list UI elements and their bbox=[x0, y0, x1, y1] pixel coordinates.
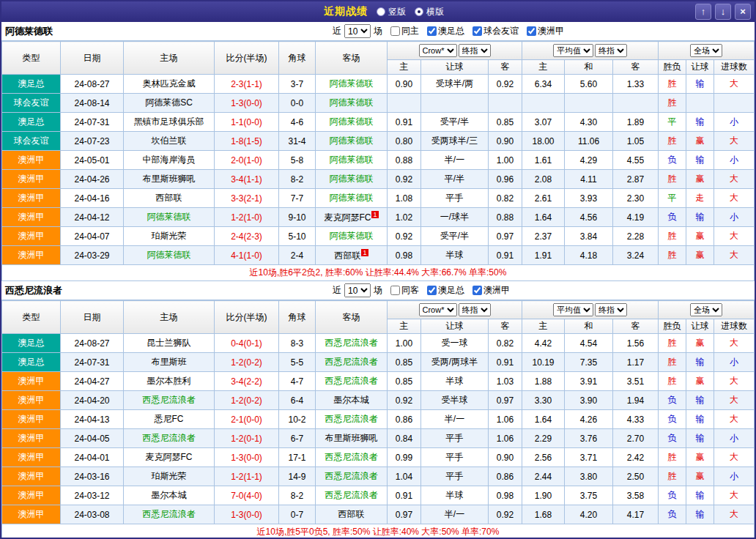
euro-source-select[interactable]: 平均值 bbox=[553, 44, 593, 57]
layout-horizontal-option[interactable]: 横版 bbox=[415, 6, 444, 18]
home-team: 昆士兰狮队 bbox=[124, 334, 215, 353]
match-date: 24-04-27 bbox=[61, 372, 124, 391]
goals-result: 大 bbox=[714, 170, 755, 189]
away-team: 阿德莱德联 bbox=[316, 170, 388, 189]
euro-source-select[interactable]: 平均值 bbox=[553, 303, 593, 316]
match-row: 澳足总 24-08-27 奥林匹克金威 2-3(1-1) 3-7 阿德莱德联 0… bbox=[2, 75, 755, 94]
close-button[interactable]: × bbox=[735, 4, 751, 20]
asia-time-select[interactable]: 终指 bbox=[459, 303, 491, 316]
match-row: 澳洲甲 24-04-01 麦克阿瑟FC 1-3(0-0) 17-1 西悉尼流浪者… bbox=[2, 448, 755, 467]
layout-vertical-option[interactable]: 竖版 bbox=[377, 6, 406, 18]
euro-home-odds: 2.37 bbox=[522, 227, 565, 246]
scope-select[interactable]: 全场 bbox=[690, 303, 722, 316]
league-badge: 球会友谊 bbox=[2, 94, 61, 113]
filters: 近 10 场 同主澳足总球会友谊澳洲甲 bbox=[333, 24, 564, 38]
focus-team-name: 阿德莱德联 bbox=[330, 193, 374, 203]
asia-home-odds: 0.92 bbox=[388, 170, 421, 189]
summary-text: 近10场,胜5平0负5, 胜率:50% 让胜率:40% 大率:50% 单率:70… bbox=[2, 524, 755, 539]
match-count-select[interactable]: 10 bbox=[344, 24, 371, 38]
asia-home-odds: 0.88 bbox=[388, 151, 421, 170]
team-section: 西悉尼流浪者 近 10 场 同客澳足总澳洲甲 类型 日期 主场 bbox=[1, 281, 755, 539]
titlebar-buttons: ↑ ↓ × bbox=[695, 4, 751, 20]
bookmaker-select[interactable]: Crow* bbox=[419, 303, 457, 316]
home-team: 中部海岸海员 bbox=[124, 151, 215, 170]
asia-away-odds: 0.90 bbox=[489, 132, 522, 151]
scroll-up-button[interactable]: ↑ bbox=[695, 4, 711, 20]
team-name: 阿德莱德联 bbox=[1, 25, 53, 38]
filter-checkbox[interactable] bbox=[427, 26, 437, 36]
asia-time-select[interactable]: 终指 bbox=[459, 44, 491, 57]
corners: 0-7 bbox=[279, 505, 316, 524]
filter-option[interactable]: 球会友谊 bbox=[472, 25, 519, 37]
euro-away-odds: 1.94 bbox=[613, 391, 659, 410]
euro-time-select[interactable]: 终指 bbox=[595, 44, 627, 57]
euro-home-odds: 1.68 bbox=[522, 505, 565, 524]
match-count-select[interactable]: 10 bbox=[344, 283, 371, 297]
league-badge: 澳洲甲 bbox=[2, 246, 61, 265]
filter-checkbox[interactable] bbox=[427, 286, 437, 295]
near-label: 近 bbox=[333, 25, 341, 37]
filter-option[interactable]: 同主 bbox=[390, 25, 419, 37]
handicap-result: 赢 bbox=[686, 448, 714, 467]
filter-checkbox[interactable] bbox=[390, 286, 400, 295]
away-team: 阿德莱德联 bbox=[316, 113, 388, 132]
asia-home-odds: 1.04 bbox=[388, 467, 421, 486]
vertical-radio-icon[interactable] bbox=[377, 7, 385, 16]
subcol-header: 让球 bbox=[421, 60, 489, 75]
filter-option[interactable]: 同客 bbox=[390, 284, 419, 297]
result: 胜 bbox=[659, 334, 686, 353]
filter-option[interactable]: 澳足总 bbox=[427, 25, 464, 37]
filter-option[interactable]: 澳足总 bbox=[427, 284, 464, 297]
euro-draw-odds: 5.60 bbox=[565, 75, 613, 94]
match-row: 澳洲甲 24-04-16 西部联 3-3(2-1) 7-7 阿德莱德联 1.08… bbox=[2, 189, 755, 208]
handicap-result: 赢 bbox=[686, 227, 714, 246]
filter-label: 同客 bbox=[401, 284, 419, 297]
euro-draw-odds: 3.75 bbox=[565, 486, 613, 505]
euro-draw-odds: 4.20 bbox=[565, 505, 613, 524]
col-date: 日期 bbox=[61, 42, 124, 75]
match-date: 24-04-12 bbox=[61, 208, 124, 227]
away-team: 西悉尼流浪者 bbox=[316, 448, 388, 467]
euro-home-odds: 2.29 bbox=[522, 429, 565, 448]
horizontal-radio-icon[interactable] bbox=[415, 7, 423, 16]
subcol-header: 进球数 bbox=[714, 319, 755, 334]
filter-option[interactable]: 澳洲甲 bbox=[472, 284, 510, 297]
matches-table: 类型 日期 主场 比分(半场) 角球 客场 Crow*终指 平均值终指 全场 主… bbox=[1, 300, 755, 539]
euro-draw-odds: 7.35 bbox=[565, 353, 613, 372]
home-team: 珀斯光荣 bbox=[124, 467, 215, 486]
goals-result bbox=[714, 94, 755, 113]
scope-group: 全场 bbox=[659, 42, 755, 60]
match-date: 24-07-23 bbox=[61, 132, 124, 151]
match-date: 24-03-12 bbox=[61, 486, 124, 505]
result: 胜 bbox=[659, 94, 686, 113]
euro-time-select[interactable]: 终指 bbox=[595, 303, 627, 316]
filter-checkbox[interactable] bbox=[390, 26, 400, 36]
corners: 31-4 bbox=[279, 132, 316, 151]
handicap-result: 输 bbox=[686, 353, 714, 372]
filter-checkbox[interactable] bbox=[527, 26, 536, 36]
score: 1-3(0-0) bbox=[215, 448, 279, 467]
scroll-down-button[interactable]: ↓ bbox=[715, 4, 731, 20]
filter-checkbox[interactable] bbox=[472, 26, 482, 36]
euro-away-odds: 3.58 bbox=[613, 486, 659, 505]
home-team: 布里斯班 bbox=[124, 353, 215, 372]
euro-home-odds: 1.91 bbox=[522, 246, 565, 265]
result: 胜 bbox=[659, 170, 686, 189]
col-score: 比分(半场) bbox=[215, 301, 279, 334]
euro-home-odds: 2.61 bbox=[522, 189, 565, 208]
scope-select[interactable]: 全场 bbox=[690, 44, 722, 57]
match-date: 24-08-27 bbox=[61, 75, 124, 94]
focus-team-name: 阿德莱德联 bbox=[330, 155, 374, 165]
asia-away-odds bbox=[489, 94, 522, 113]
filter-label: 澳足总 bbox=[438, 284, 464, 297]
filter-option[interactable]: 澳洲甲 bbox=[527, 25, 564, 37]
euro-away-odds: 1.33 bbox=[613, 75, 659, 94]
recent-results-panel: 近期战绩 竖版 横版 ↑ ↓ × 阿德莱德联 近 10 场 同主澳足总球会友谊澳… bbox=[0, 0, 756, 539]
filter-checkbox[interactable] bbox=[472, 286, 482, 295]
asia-away-odds: 0.82 bbox=[489, 334, 522, 353]
euro-home-odds: 2.44 bbox=[522, 467, 565, 486]
bookmaker-select[interactable]: Crow* bbox=[419, 44, 457, 57]
goals-result: 大 bbox=[714, 410, 755, 429]
euro-draw-odds: 4.29 bbox=[565, 151, 613, 170]
match-row: 澳洲甲 24-05-01 中部海岸海员 2-0(1-0) 5-8 阿德莱德联 0… bbox=[2, 151, 755, 170]
